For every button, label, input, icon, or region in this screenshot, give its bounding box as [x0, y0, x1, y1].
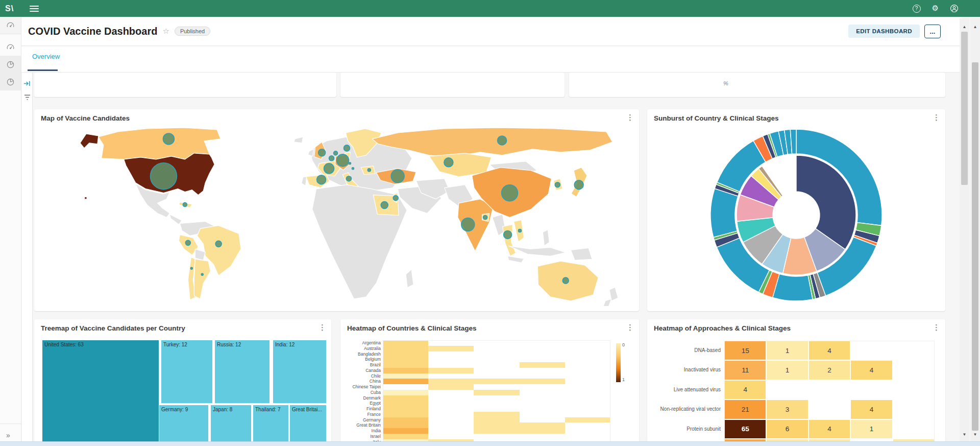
treemap-cell[interactable]: Russia: 12	[215, 340, 270, 403]
map-country-base[interactable]	[308, 149, 314, 156]
heatmap-cell[interactable]: 1	[766, 360, 808, 380]
heatmap-cell[interactable]	[383, 434, 428, 439]
heatmap-cell[interactable]	[383, 373, 428, 379]
map-bubble-india[interactable]	[461, 218, 475, 231]
heatmap-cell[interactable]: 3	[766, 400, 808, 419]
sidebar-item-dashboards[interactable]	[0, 38, 21, 56]
heatmap-cell[interactable]	[383, 417, 428, 423]
heatmap-cell[interactable]	[520, 428, 565, 434]
map-bubble-argentina[interactable]	[201, 273, 203, 275]
scroll-up-arrow[interactable]: ▲	[960, 22, 969, 31]
map-bubble-canada[interactable]	[163, 133, 174, 145]
map-country-base[interactable]	[508, 256, 524, 263]
map-bubble-brazil[interactable]	[215, 241, 222, 247]
map-country-argentina[interactable]	[194, 259, 210, 299]
sidebar-item-chart-list[interactable]	[0, 73, 21, 90]
treemap-cell[interactable]: Japan: 8	[211, 405, 251, 442]
map-bubble-netherlands[interactable]	[334, 151, 338, 155]
heatmap-cell[interactable]: 15	[724, 341, 766, 360]
map-country-base[interactable]	[509, 246, 566, 256]
kebab-menu-icon[interactable]: ⋮	[626, 323, 634, 331]
map-bubble-turkey[interactable]	[391, 170, 404, 183]
heatmap-cell[interactable]: 4	[850, 360, 892, 380]
user-icon[interactable]	[950, 4, 959, 13]
heatmap-cell[interactable]	[383, 379, 428, 384]
map-bubble-spain[interactable]	[317, 175, 326, 184]
heatmap-cell[interactable]	[474, 428, 519, 434]
map-country-hawaii[interactable]	[84, 197, 87, 199]
tab-overview[interactable]: Overview	[32, 53, 60, 60]
heatmap-cell[interactable]: 4	[850, 400, 892, 419]
heatmap-cell[interactable]	[428, 346, 474, 351]
kebab-menu-icon[interactable]: ⋮	[933, 323, 940, 331]
heatmap-cell[interactable]	[428, 368, 474, 373]
more-options-button[interactable]: ...	[924, 25, 941, 38]
heatmap-cell[interactable]	[520, 362, 565, 368]
map-bubble-czechia[interactable]	[349, 162, 351, 165]
map-bubble-united-states[interactable]	[151, 163, 177, 190]
map-bubble-japan[interactable]	[574, 180, 583, 190]
expand-filter-bar-icon[interactable]	[23, 80, 31, 87]
scrollbar-thumb[interactable]	[972, 62, 978, 431]
heatmap-cell[interactable]	[474, 417, 519, 423]
map-bubble-denmark[interactable]	[344, 145, 350, 151]
heatmap-cell[interactable]	[383, 422, 428, 428]
treemap-cell[interactable]: Great Britai...	[290, 405, 326, 442]
scroll-down-arrow[interactable]: ▼	[970, 430, 980, 438]
heatmap-cell[interactable]: 4	[724, 380, 766, 400]
published-badge[interactable]: Published	[175, 27, 210, 36]
map-bubble-south-korea[interactable]	[555, 182, 560, 187]
map-bubble-italy[interactable]	[346, 176, 351, 181]
treemap-cell[interactable]: Germany: 9	[159, 405, 208, 442]
heatmap-cell[interactable]: 21	[724, 400, 766, 419]
kebab-menu-icon[interactable]: ⋮	[318, 323, 326, 331]
map-country-base[interactable]	[294, 137, 303, 143]
treemap-cell[interactable]: Turkey: 12	[161, 340, 212, 403]
heatmap-cell[interactable]	[383, 395, 428, 401]
heatmap-cell[interactable]	[474, 412, 519, 417]
heatmap-cell[interactable]: 1	[766, 341, 808, 360]
heatmap-cell[interactable]	[383, 368, 428, 373]
heatmap-cell[interactable]: 4	[808, 341, 850, 360]
heatmap-cell[interactable]	[383, 346, 428, 351]
heatmap-cell[interactable]	[383, 362, 428, 368]
treemap-cell[interactable]: India: 12	[273, 340, 326, 403]
heatmap-cell[interactable]: 1	[850, 419, 892, 439]
map-bubble-china[interactable]	[502, 185, 518, 201]
sidebar-item-dashboard-active[interactable]	[0, 17, 21, 34]
map-country-base[interactable]	[543, 229, 549, 246]
map-bubble-cuba[interactable]	[183, 203, 187, 207]
map-bubble-thailand[interactable]	[504, 230, 512, 239]
map-bubble-france[interactable]	[324, 163, 334, 174]
map-country-base[interactable]	[169, 215, 182, 225]
dashboard-scrollbar[interactable]: ▲ ▼	[960, 18, 969, 442]
map-country-thailand[interactable]	[503, 224, 516, 256]
scroll-up-arrow[interactable]: ▲	[970, 22, 980, 31]
map-bubble-peru[interactable]	[185, 240, 190, 245]
map-country-alaska[interactable]	[80, 134, 99, 148]
heatmap-cell[interactable]	[383, 428, 428, 434]
scroll-down-arrow[interactable]: ▼	[960, 430, 969, 438]
map-country-base[interactable]	[571, 248, 592, 260]
world-map-chart[interactable]	[41, 128, 632, 306]
map-country-base[interactable]	[302, 177, 307, 186]
heatmap-cell[interactable]: 4	[808, 419, 850, 439]
map-bubble-israel[interactable]	[393, 196, 398, 201]
heatmap-cell[interactable]	[383, 340, 428, 346]
heatmap-cell[interactable]: 2	[808, 360, 850, 380]
menu-hamburger-icon[interactable]	[30, 6, 39, 12]
gear-icon[interactable]: ⚙	[932, 5, 939, 12]
map-bubble-chile[interactable]	[190, 267, 192, 269]
sunburst-outer-segment-14[interactable]	[710, 189, 738, 237]
heatmap-cell[interactable]	[428, 384, 474, 390]
filter-list-icon[interactable]	[23, 94, 31, 101]
sunburst-chart[interactable]	[705, 124, 887, 306]
kebab-menu-icon[interactable]: ⋮	[933, 113, 940, 121]
favorite-star-icon[interactable]: ☆	[162, 27, 169, 36]
horizontal-scrollbar[interactable]	[0, 441, 980, 446]
heatmap-cell[interactable]	[565, 417, 610, 423]
treemap-cell[interactable]: United States: 63	[42, 340, 159, 442]
heatmap-cell[interactable]	[383, 406, 428, 412]
map-bubble-romania[interactable]	[368, 169, 371, 172]
heatmap-cell[interactable]	[383, 351, 428, 357]
